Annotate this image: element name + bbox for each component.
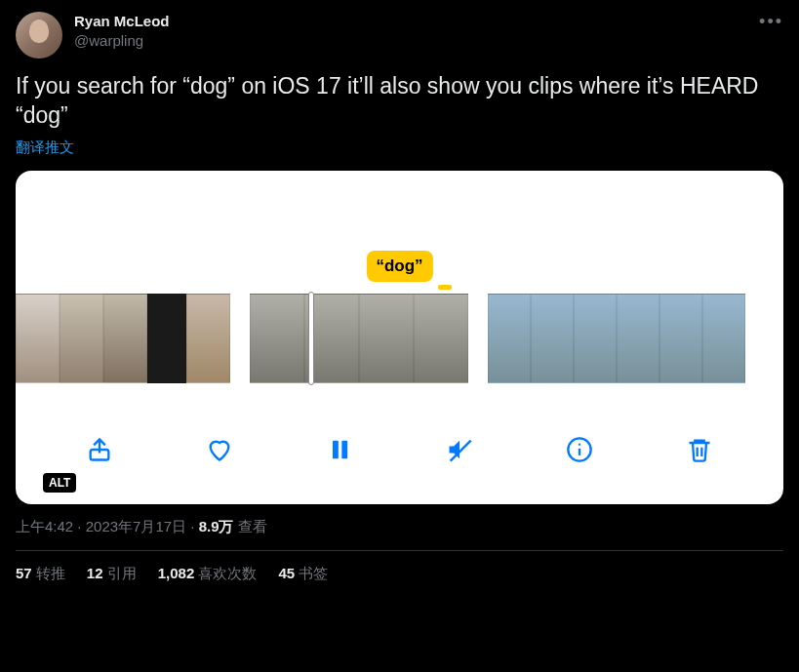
clip-frame[interactable]	[103, 294, 147, 383]
svg-rect-1	[333, 440, 339, 458]
views-label: 查看	[234, 518, 267, 534]
playhead[interactable]	[308, 292, 314, 385]
views-count: 8.9万	[199, 518, 234, 534]
clip-group-2[interactable]	[250, 294, 468, 383]
clip-frame[interactable]	[359, 294, 414, 383]
clip-frame[interactable]	[617, 294, 659, 383]
quotes-stat[interactable]: 12 引用	[87, 565, 137, 583]
search-term-badge: “dog”	[366, 251, 432, 282]
svg-point-6	[579, 443, 580, 445]
user-info: Ryan McLeod @warpling	[74, 12, 170, 50]
clip-frame[interactable]	[60, 294, 103, 383]
clip-frame[interactable]	[574, 294, 617, 383]
pause-icon[interactable]	[324, 434, 355, 465]
alt-badge[interactable]: ALT	[43, 473, 76, 493]
clip-group-1[interactable]	[16, 294, 230, 383]
tweet-header: Ryan McLeod @warpling •••	[16, 12, 783, 59]
clip-frame[interactable]	[250, 294, 304, 383]
media-attachment[interactable]: “dog”	[16, 171, 783, 504]
heart-icon[interactable]	[204, 434, 235, 465]
tweet-date[interactable]: 2023年7月17日	[86, 518, 186, 534]
clip-frame[interactable]	[488, 294, 531, 383]
clip-frame[interactable]	[659, 294, 702, 383]
svg-rect-2	[341, 440, 347, 458]
clip-frame[interactable]	[531, 294, 574, 383]
clip-group-3[interactable]	[488, 294, 745, 383]
clip-frame[interactable]	[702, 294, 745, 383]
mute-icon[interactable]	[444, 434, 475, 465]
clip-frame[interactable]	[414, 294, 468, 383]
video-timeline	[16, 294, 783, 383]
tweet-stats: 57 转推 12 引用 1,082 喜欢次数 45 书签	[16, 565, 783, 583]
bookmarks-stat[interactable]: 45 书签	[278, 565, 328, 583]
translate-link[interactable]: 翻译推文	[16, 138, 74, 157]
badge-tick	[438, 285, 452, 290]
divider	[16, 550, 783, 551]
avatar[interactable]	[16, 12, 62, 59]
clip-frame[interactable]	[16, 294, 60, 383]
tweet-body: If you search for “dog” on iOS 17 it’ll …	[16, 72, 783, 131]
clip-frame[interactable]	[186, 294, 230, 383]
tweet-container: Ryan McLeod @warpling ••• If you search …	[0, 0, 799, 595]
tweet-time[interactable]: 上午4:42	[16, 518, 73, 534]
user-handle[interactable]: @warpling	[74, 31, 170, 51]
more-icon[interactable]: •••	[759, 12, 783, 32]
info-icon[interactable]	[564, 434, 595, 465]
display-name[interactable]: Ryan McLeod	[74, 12, 170, 31]
clip-frame[interactable]	[147, 294, 186, 383]
tweet-meta: 上午4:42 · 2023年7月17日 · 8.9万 查看	[16, 518, 783, 536]
share-icon[interactable]	[84, 434, 115, 465]
trash-icon[interactable]	[684, 434, 715, 465]
media-controls	[16, 434, 783, 465]
retweets-stat[interactable]: 57 转推	[16, 565, 65, 583]
likes-stat[interactable]: 1,082 喜欢次数	[158, 565, 258, 583]
